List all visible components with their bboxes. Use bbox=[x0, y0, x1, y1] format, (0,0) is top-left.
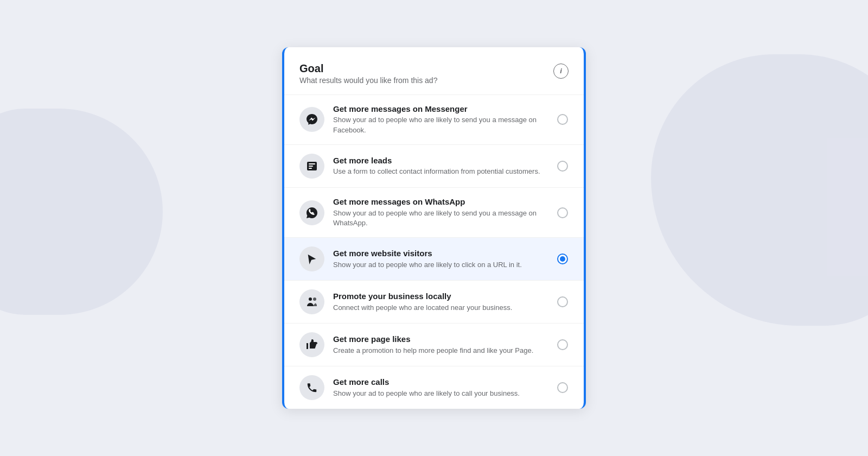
card-header: Goal What results would you like from th… bbox=[284, 62, 584, 94]
local-icon-wrap bbox=[299, 289, 324, 314]
likes-desc: Create a promotion to help more people f… bbox=[333, 346, 548, 356]
whatsapp-radio-outer bbox=[557, 207, 568, 218]
option-likes[interactable]: Get more page likes Create a promotion t… bbox=[284, 323, 584, 366]
website-content: Get more website visitors Show your ad t… bbox=[333, 248, 548, 270]
options-list: Get more messages on Messenger Show your… bbox=[284, 94, 584, 409]
svg-point-5 bbox=[313, 297, 316, 301]
option-calls[interactable]: Get more calls Show your ad to people wh… bbox=[284, 366, 584, 409]
people-icon bbox=[305, 295, 318, 308]
local-content: Promote your business locally Connect wi… bbox=[333, 291, 548, 313]
calls-content: Get more calls Show your ad to people wh… bbox=[333, 377, 548, 398]
leads-radio[interactable] bbox=[557, 160, 569, 172]
leads-desc: Use a form to collect contact informatio… bbox=[333, 167, 548, 177]
leads-radio-outer bbox=[557, 161, 568, 172]
calls-radio-outer bbox=[557, 382, 568, 393]
svg-point-4 bbox=[309, 297, 312, 301]
whatsapp-icon bbox=[305, 206, 318, 219]
leads-icon-wrap bbox=[299, 154, 324, 179]
option-whatsapp[interactable]: Get more messages on WhatsApp Show your … bbox=[284, 187, 584, 237]
calls-radio[interactable] bbox=[557, 382, 569, 394]
messenger-content: Get more messages on Messenger Show your… bbox=[333, 104, 548, 136]
likes-radio[interactable] bbox=[557, 339, 569, 351]
info-icon[interactable]: i bbox=[553, 64, 569, 79]
calls-desc: Show your ad to people who are likely to… bbox=[333, 389, 548, 399]
website-radio-outer bbox=[557, 254, 568, 264]
messenger-radio-outer bbox=[557, 114, 568, 125]
messenger-title: Get more messages on Messenger bbox=[333, 104, 548, 115]
svg-rect-1 bbox=[309, 163, 315, 164]
local-desc: Connect with people who are located near… bbox=[333, 303, 548, 313]
local-radio-outer bbox=[557, 296, 568, 307]
messenger-desc: Show your ad to people who are likely to… bbox=[333, 115, 548, 136]
likes-radio-outer bbox=[557, 339, 568, 350]
thumbs-up-icon bbox=[305, 338, 318, 351]
svg-rect-2 bbox=[309, 166, 313, 167]
messenger-icon-wrap bbox=[299, 107, 324, 132]
phone-icon bbox=[306, 382, 318, 394]
goal-subtitle: What results would you like from this ad… bbox=[299, 76, 437, 85]
whatsapp-desc: Show your ad to people who are likely to… bbox=[333, 208, 548, 229]
whatsapp-title: Get more messages on WhatsApp bbox=[333, 197, 548, 207]
whatsapp-content: Get more messages on WhatsApp Show your … bbox=[333, 197, 548, 229]
option-messenger[interactable]: Get more messages on Messenger Show your… bbox=[284, 94, 584, 144]
leads-content: Get more leads Use a form to collect con… bbox=[333, 155, 548, 177]
background-blob-right bbox=[651, 54, 868, 326]
website-radio[interactable] bbox=[557, 253, 569, 265]
calls-title: Get more calls bbox=[333, 377, 548, 388]
messenger-icon bbox=[305, 113, 318, 126]
background-blob-left bbox=[0, 109, 163, 315]
website-desc: Show your ad to people who are likely to… bbox=[333, 260, 548, 270]
likes-content: Get more page likes Create a promotion t… bbox=[333, 334, 548, 356]
local-radio[interactable] bbox=[557, 296, 569, 308]
website-title: Get more website visitors bbox=[333, 248, 548, 259]
option-leads[interactable]: Get more leads Use a form to collect con… bbox=[284, 144, 584, 187]
whatsapp-icon-wrap bbox=[299, 200, 324, 225]
messenger-radio[interactable] bbox=[557, 113, 569, 125]
calls-icon-wrap bbox=[299, 375, 324, 400]
leads-title: Get more leads bbox=[333, 155, 548, 166]
website-radio-inner bbox=[560, 256, 565, 262]
local-title: Promote your business locally bbox=[333, 291, 548, 302]
likes-icon-wrap bbox=[299, 332, 324, 357]
option-local[interactable]: Promote your business locally Connect wi… bbox=[284, 280, 584, 323]
svg-rect-3 bbox=[309, 168, 312, 169]
header-text: Goal What results would you like from th… bbox=[299, 62, 437, 85]
option-website[interactable]: Get more website visitors Show your ad t… bbox=[284, 237, 584, 280]
goal-card: Goal What results would you like from th… bbox=[282, 47, 586, 409]
whatsapp-radio[interactable] bbox=[557, 207, 569, 219]
likes-title: Get more page likes bbox=[333, 334, 548, 345]
website-icon-wrap bbox=[299, 246, 324, 271]
goal-title: Goal bbox=[299, 62, 437, 75]
leads-icon bbox=[305, 160, 318, 173]
cursor-icon bbox=[306, 253, 318, 265]
